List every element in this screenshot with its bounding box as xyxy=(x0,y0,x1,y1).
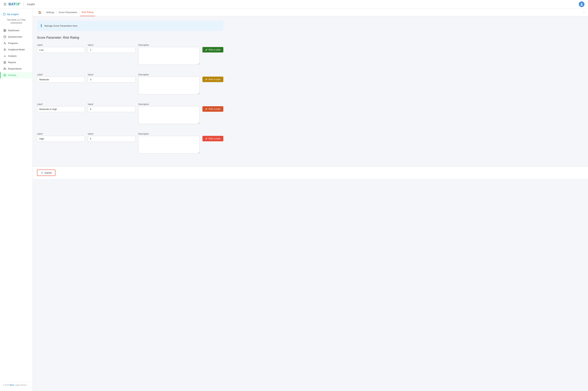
value-field-2: Value* xyxy=(88,103,135,112)
param-row-1: Label* Value* Description Pick a colo xyxy=(37,73,223,94)
sidebar-label-respondents: Respondents xyxy=(8,67,22,70)
value-label-2: Value* xyxy=(88,103,135,105)
description-field-2: Description xyxy=(138,103,199,124)
sidebar-item-questionnaire[interactable]: Questionnaire xyxy=(0,34,33,40)
param-section-0: Label* Value* Description Pick a colo xyxy=(37,44,223,73)
pick-color-label-3: Pick a color xyxy=(209,137,220,140)
value-field-0: Value* xyxy=(88,44,135,53)
svg-rect-4 xyxy=(5,29,6,30)
submit-label: Submit xyxy=(44,172,52,174)
label-label-1: Label* xyxy=(37,73,85,76)
svg-rect-5 xyxy=(4,31,4,32)
sidebar-label-reports: Reports xyxy=(8,61,16,64)
description-field-0: Description xyxy=(138,44,199,65)
value-input-2[interactable] xyxy=(88,106,135,112)
required-marker-2: * xyxy=(42,103,43,105)
description-label-1: Description xyxy=(138,73,199,76)
pick-color-button-0[interactable]: Pick a color xyxy=(202,47,223,52)
top-header: ☰ BATOI® | Insight xyxy=(0,0,588,8)
page-body: ℹ Manage Score Parameters here. Score Pa… xyxy=(33,16,228,167)
sidebar-item-analysis[interactable]: Analysis xyxy=(0,53,33,59)
submit-button[interactable]: ⊙ Submit xyxy=(37,170,56,176)
header-divider: | xyxy=(23,2,24,6)
param-row-3: Label* Value* Description Pick a colo xyxy=(37,133,223,154)
description-textarea-1[interactable] xyxy=(138,77,199,94)
sidebar-batoi-link[interactable]: Batoi xyxy=(10,384,14,386)
logo: BATOI® xyxy=(8,2,20,6)
user-avatar[interactable] xyxy=(579,1,585,7)
pick-color-button-3[interactable]: Pick a color xyxy=(202,136,223,141)
main-content: 🏠 › Settings › Score Parameters › Risk R… xyxy=(33,8,588,391)
info-banner: ℹ Manage Score Parameters here. xyxy=(37,20,223,31)
home-icon: 🏠 xyxy=(38,11,42,14)
label-field-2: Label* xyxy=(37,103,85,112)
param-section-3: Label* Value* Description Pick a colo xyxy=(37,133,223,162)
label-input-3[interactable] xyxy=(37,136,85,142)
param-section-1: Label* Value* Description Pick a colo xyxy=(37,73,223,102)
value-field-3: Value* xyxy=(88,133,135,142)
pick-color-button-1[interactable]: Pick a color xyxy=(202,77,223,82)
sidebar-footer: © 2024 Batoi Legal Policies xyxy=(0,382,33,388)
menu-icon[interactable]: ☰ xyxy=(3,2,6,6)
breadcrumb-bar: 🏠 › Settings › Score Parameters › Risk R… xyxy=(33,8,588,16)
sidebar-item-respondents[interactable]: Respondents xyxy=(0,66,33,72)
label-field-1: Label* xyxy=(37,73,85,83)
breadcrumb-settings[interactable]: Settings xyxy=(44,11,56,14)
sidebar-label-dashboard: Dashboard xyxy=(8,29,19,32)
score-param-heading: Score Parameter: Risk Rating xyxy=(37,36,223,40)
param-section-2: Label* Value* Description Pick a colo xyxy=(37,103,223,132)
label-field-0: Label* xyxy=(37,44,85,53)
svg-point-12 xyxy=(4,50,5,51)
description-textarea-0[interactable] xyxy=(138,47,199,65)
project-name: Test Bank LLC Risk Assessment xyxy=(0,17,33,27)
sidebar-my-insights[interactable]: My Insights xyxy=(0,11,33,17)
breadcrumb-home[interactable]: 🏠 xyxy=(36,11,43,14)
label-input-0[interactable] xyxy=(37,47,85,53)
pick-color-label-1: Pick a color xyxy=(209,78,220,81)
sidebar: My Insights Test Bank LLC Risk Assessmen… xyxy=(0,8,33,391)
parameter-rows: Label* Value* Description Pick a colo xyxy=(37,44,223,162)
label-field-3: Label* xyxy=(37,133,85,142)
label-label-2: Label* xyxy=(37,103,85,105)
svg-rect-6 xyxy=(5,31,6,32)
value-field-1: Value* xyxy=(88,73,135,83)
sidebar-label-programs: Programs xyxy=(8,42,18,44)
breadcrumb-score-parameters[interactable]: Score Parameters xyxy=(57,11,79,14)
param-row-0: Label* Value* Description Pick a colo xyxy=(37,44,223,65)
description-label-0: Description xyxy=(138,44,199,46)
description-field-1: Description xyxy=(138,73,199,94)
param-row-2: Label* Value* Description Pick a colo xyxy=(37,103,223,124)
label-input-2[interactable] xyxy=(37,106,85,112)
sidebar-item-reports[interactable]: Reports xyxy=(0,59,33,66)
pick-color-label-0: Pick a color xyxy=(209,48,220,51)
breadcrumb-collapse-icon[interactable]: ‹ xyxy=(584,11,585,14)
value-label-1: Value* xyxy=(88,73,135,76)
value-input-3[interactable] xyxy=(88,136,135,142)
pick-color-button-2[interactable]: Pick a color xyxy=(202,106,223,112)
value-label-3: Value* xyxy=(88,133,135,135)
sidebar-label-questionnaire: Questionnaire xyxy=(8,35,22,38)
required-marker-3: * xyxy=(42,133,43,135)
sidebar-item-dashboard[interactable]: Dashboard xyxy=(0,27,33,34)
svg-point-22 xyxy=(4,68,5,69)
sidebar-nav: Dashboard Questionnaire Programs Analyti… xyxy=(0,27,33,382)
logo-text: BATOI® xyxy=(8,2,20,6)
sidebar-item-analytical-model[interactable]: Analytical Model xyxy=(0,46,33,53)
sidebar-item-settings[interactable]: Settings xyxy=(0,72,33,78)
label-input-1[interactable] xyxy=(37,77,85,83)
value-label-0: Value* xyxy=(88,44,135,46)
svg-point-23 xyxy=(4,75,5,76)
svg-rect-3 xyxy=(4,29,4,30)
description-textarea-2[interactable] xyxy=(138,106,199,124)
breadcrumb-risk-rating[interactable]: Risk Rating xyxy=(80,8,95,16)
sidebar-label-analysis: Analysis xyxy=(8,55,16,57)
value-input-0[interactable] xyxy=(88,47,135,53)
description-textarea-3[interactable] xyxy=(138,136,199,154)
required-marker-1: * xyxy=(42,73,43,76)
header-product-name: Insight xyxy=(27,3,35,6)
value-input-1[interactable] xyxy=(88,77,135,83)
label-label-0: Label* xyxy=(37,44,85,46)
sidebar-item-programs[interactable]: Programs xyxy=(0,40,33,46)
description-field-3: Description xyxy=(138,133,199,154)
sidebar-label-analytical-model: Analytical Model xyxy=(8,48,25,51)
